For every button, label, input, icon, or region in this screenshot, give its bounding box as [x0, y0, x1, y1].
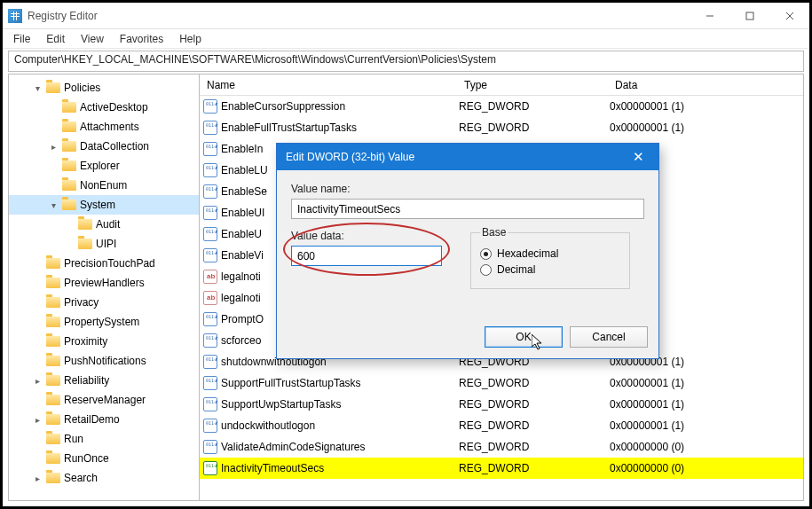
value-row[interactable]: InactivityTimeoutSecsREG_DWORD0x00000000…: [200, 458, 803, 479]
base-fieldset: Base Hexadecimal Decimal: [470, 226, 630, 289]
tree-item-previewhandlers[interactable]: PreviewHandlers: [9, 273, 199, 293]
tree-item-datacollection[interactable]: ▸DataCollection: [9, 137, 199, 156]
tree-item-label: Policies: [64, 82, 100, 94]
dword-value-icon: [203, 206, 217, 220]
folder-icon: [46, 375, 60, 386]
tree-item-search[interactable]: ▸Search: [9, 468, 199, 488]
value-data: 0x00000000 (0): [608, 462, 803, 474]
tree-item-label: Explorer: [80, 160, 120, 172]
menu-view[interactable]: View: [74, 31, 111, 47]
tree-item-explorer[interactable]: Explorer: [9, 156, 199, 176]
dword-value-icon: [203, 419, 217, 433]
value-name: EnableUI: [221, 207, 264, 219]
folder-icon: [62, 161, 76, 171]
col-type-header[interactable]: Type: [457, 79, 608, 91]
value-row[interactable]: undockwithoutlogonREG_DWORD0x00000001 (1…: [200, 415, 803, 436]
radio-decimal[interactable]: Decimal: [480, 263, 620, 276]
value-name: EnableIn: [221, 143, 263, 155]
folder-icon: [78, 239, 92, 249]
minimize-button[interactable]: [690, 3, 729, 29]
menu-file[interactable]: File: [6, 31, 37, 47]
tree-view[interactable]: ▾PoliciesActiveDesktopAttachments▸DataCo…: [9, 74, 200, 500]
menu-edit[interactable]: Edit: [39, 31, 72, 47]
value-name: ValidateAdminCodeSignatures: [221, 441, 366, 453]
value-row[interactable]: EnableCursorSuppressionREG_DWORD0x000000…: [200, 96, 803, 117]
folder-icon: [46, 278, 60, 288]
close-button[interactable]: [769, 3, 809, 29]
radio-hexadecimal[interactable]: Hexadecimal: [480, 247, 620, 260]
dialog-close-button[interactable]: ✕: [627, 149, 650, 165]
value-data: 0x00000001 (1): [608, 100, 803, 113]
tree-item-activedesktop[interactable]: ActiveDesktop: [9, 98, 199, 117]
value-name: EnableFullTrustStartupTasks: [221, 121, 357, 134]
tree-item-reliability[interactable]: ▸Reliability: [9, 371, 199, 390]
tree-item-pushnotifications[interactable]: PushNotifications: [9, 351, 199, 371]
value-row[interactable]: EnableFullTrustStartupTasksREG_DWORD0x00…: [200, 117, 803, 138]
folder-icon: [46, 473, 60, 483]
tree-item-precisiontouchpad[interactable]: PrecisionTouchPad: [9, 254, 199, 273]
tree-item-system[interactable]: ▾System: [9, 195, 199, 215]
titlebar: Registry Editor: [3, 3, 809, 29]
value-name: EnableVi: [221, 249, 264, 262]
col-name-header[interactable]: Name: [200, 79, 457, 91]
chevron-icon[interactable]: ▾: [48, 200, 59, 210]
folder-icon: [46, 317, 60, 327]
tree-item-policies[interactable]: ▾Policies: [9, 78, 199, 98]
col-data-header[interactable]: Data: [608, 79, 803, 91]
chevron-icon[interactable]: ▸: [48, 142, 59, 152]
tree-item-label: PrecisionTouchPad: [64, 257, 155, 270]
radio-hex-label: Hexadecimal: [497, 247, 558, 260]
edit-dword-dialog: Edit DWORD (32-bit) Value ✕ Value name: …: [276, 143, 659, 359]
chevron-icon[interactable]: ▸: [32, 376, 43, 386]
address-bar[interactable]: Computer\HKEY_LOCAL_MACHINE\SOFTWARE\Mic…: [8, 51, 804, 72]
value-name: legalnoti: [221, 270, 261, 283]
value-type: REG_DWORD: [457, 462, 608, 474]
value-row[interactable]: SupportUwpStartupTasksREG_DWORD0x0000000…: [200, 394, 803, 415]
tree-item-label: Privacy: [64, 296, 99, 309]
chevron-icon[interactable]: ▾: [32, 83, 43, 93]
tree-item-runonce[interactable]: RunOnce: [9, 449, 199, 468]
tree-item-reservemanager[interactable]: ReserveManager: [9, 390, 199, 410]
tree-item-propertysystem[interactable]: PropertySystem: [9, 312, 199, 332]
tree-item-label: Reliability: [64, 374, 109, 387]
tree-item-retaildemo[interactable]: ▸RetailDemo: [9, 410, 199, 429]
dword-value-icon: [203, 440, 217, 454]
regedit-icon: [8, 9, 22, 23]
maximize-button[interactable]: [729, 3, 769, 29]
tree-item-privacy[interactable]: Privacy: [9, 293, 199, 312]
tree-item-attachments[interactable]: Attachments: [9, 117, 199, 137]
tree-item-audit[interactable]: Audit: [9, 215, 199, 234]
radio-icon: [480, 264, 492, 276]
folder-icon: [62, 200, 76, 210]
folder-icon: [78, 219, 92, 230]
tree-item-label: ActiveDesktop: [80, 101, 148, 114]
value-type: REG_DWORD: [457, 377, 608, 389]
menu-help[interactable]: Help: [172, 31, 209, 47]
value-name-field[interactable]: [291, 199, 644, 219]
value-name: EnableSe: [221, 185, 267, 198]
tree-item-label: NonEnum: [80, 179, 127, 192]
value-name: undockwithoutlogon: [221, 419, 315, 432]
dword-value-icon: [203, 248, 217, 262]
menu-favorites[interactable]: Favorites: [113, 31, 170, 47]
dword-value-icon: [203, 461, 217, 475]
tree-item-nonenum[interactable]: NonEnum: [9, 176, 199, 195]
value-row[interactable]: ValidateAdminCodeSignaturesREG_DWORD0x00…: [200, 436, 803, 458]
tree-item-run[interactable]: Run: [9, 429, 199, 449]
cancel-button[interactable]: Cancel: [570, 326, 648, 348]
tree-item-proximity[interactable]: Proximity: [9, 332, 199, 351]
tree-item-uipi[interactable]: UIPI: [9, 234, 199, 254]
app-title: Registry Editor: [28, 10, 98, 22]
tree-item-label: Run: [64, 433, 83, 445]
chevron-icon[interactable]: ▸: [32, 415, 43, 425]
value-data-field[interactable]: [291, 246, 442, 266]
tree-item-label: DataCollection: [80, 140, 149, 153]
radio-dec-label: Decimal: [497, 263, 535, 276]
dword-value-icon: [203, 163, 217, 177]
value-name: EnableCursorSuppression: [221, 100, 345, 113]
ok-button[interactable]: OK: [485, 326, 563, 348]
value-type: REG_DWORD: [457, 441, 608, 453]
chevron-icon[interactable]: ▸: [32, 474, 43, 483]
value-row[interactable]: SupportFullTrustStartupTasksREG_DWORD0x0…: [200, 372, 803, 394]
folder-icon: [46, 258, 60, 269]
